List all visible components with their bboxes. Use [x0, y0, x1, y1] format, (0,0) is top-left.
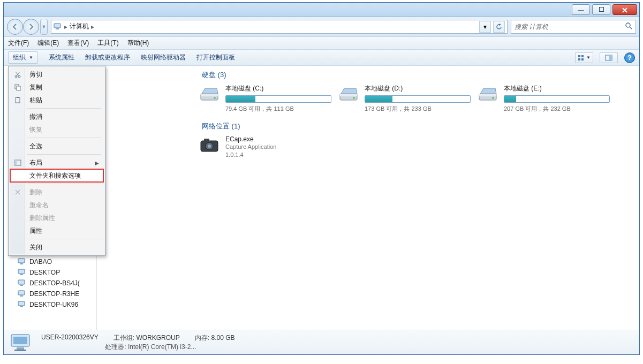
organize-menu-select-all[interactable]: 全选: [10, 140, 103, 153]
menu-item-label: 复制: [29, 83, 42, 92]
copy-icon: [13, 83, 22, 92]
view-options-button[interactable]: ▼: [575, 52, 593, 63]
sidebar-item-network-computer[interactable]: DABAO: [4, 256, 96, 267]
paste-icon: [13, 96, 22, 104]
maximize-icon: [599, 7, 604, 12]
drive-free-text: 173 GB 可用，共 233 GB: [365, 105, 471, 113]
address-dropdown-button[interactable]: ▾: [479, 21, 491, 33]
details-workgroup-value: WORKGROUP: [136, 334, 179, 342]
network-item-title: ECap.exe: [225, 135, 276, 143]
organize-menu-undo[interactable]: 撤消: [10, 110, 103, 123]
breadcrumb-sep: ▸: [91, 23, 94, 31]
minimize-icon: —: [578, 6, 584, 13]
preview-pane-button[interactable]: [600, 52, 618, 63]
sidebar-item-network-computer[interactable]: DESKTOP: [4, 267, 96, 278]
menu-help[interactable]: 帮助(H): [127, 39, 149, 48]
svg-rect-20: [20, 295, 23, 297]
svg-rect-22: [20, 306, 23, 307]
svg-rect-27: [340, 94, 357, 96]
drive-label: 本地磁盘 (D:): [365, 84, 471, 93]
network-item[interactable]: ECap.exe Capture Application 1.0.1.4: [97, 134, 639, 160]
group-header-label: 硬盘 (3): [202, 71, 226, 79]
explorer-window: — ▼ ▸ 计算机 ▸ ▾: [3, 2, 640, 355]
search-box[interactable]: [511, 20, 636, 34]
svg-rect-37: [13, 337, 27, 344]
help-button[interactable]: ?: [624, 52, 635, 63]
group-header-hdd[interactable]: 硬盘 (3): [97, 66, 639, 83]
drive-usage-bar: [225, 95, 331, 103]
chevron-down-icon: ▾: [483, 23, 487, 31]
cmd-uninstall[interactable]: 卸载或更改程序: [85, 53, 130, 62]
drive-item[interactable]: 本地磁盘 (E:) 207 GB 可用，共 232 GB: [477, 84, 610, 113]
details-cpu-value: Intel(R) Core(TM) i3-2...: [128, 343, 196, 351]
window-maximize-button[interactable]: [592, 4, 610, 15]
sidebar-item-label: DESKTOP-UK96: [29, 301, 78, 308]
arrow-left-icon: [11, 23, 19, 31]
svg-rect-17: [18, 280, 25, 284]
organize-menu-folder-options[interactable]: 文件夹和搜索选项: [10, 169, 103, 182]
window-close-button[interactable]: [612, 4, 637, 15]
drive-label: 本地磁盘 (E:): [504, 84, 610, 93]
svg-rect-38: [17, 347, 24, 350]
svg-rect-16: [20, 274, 23, 275]
menu-view[interactable]: 查看(V): [67, 39, 89, 48]
svg-rect-3: [578, 55, 580, 57]
sidebar-item-network-computer[interactable]: DESKTOP-UK96: [4, 299, 96, 310]
preview-pane-icon: [605, 55, 612, 61]
arrow-right-icon: [27, 23, 35, 31]
menu-item-label: 恢复: [29, 125, 42, 134]
svg-rect-18: [20, 285, 23, 286]
computer-icon: [9, 332, 35, 353]
details-cpu-key: 处理器:: [105, 343, 126, 351]
menu-file[interactable]: 文件(F): [8, 39, 29, 48]
organize-menu-close[interactable]: 关闭: [10, 241, 103, 254]
address-bar[interactable]: ▸ 计算机 ▸ ▾: [51, 20, 508, 34]
cmd-system-properties[interactable]: 系统属性: [49, 53, 74, 62]
organize-menu-cut[interactable]: 剪切: [10, 68, 103, 81]
cmd-map-drive[interactable]: 映射网络驱动器: [141, 53, 186, 62]
drive-usage-bar: [365, 95, 471, 103]
menu-tools[interactable]: 工具(T): [97, 39, 118, 48]
organize-button[interactable]: 组织: [8, 51, 38, 64]
sidebar-item-label: DESKTOP-BS4J(: [29, 279, 80, 287]
organize-menu-paste[interactable]: 粘贴: [10, 94, 103, 107]
menu-item-label: 删除属性: [29, 214, 55, 223]
svg-rect-6: [581, 58, 584, 60]
svg-rect-15: [18, 269, 25, 274]
organize-menu-layout[interactable]: 布局 ▶: [10, 156, 103, 169]
forward-button[interactable]: [23, 19, 39, 35]
svg-point-28: [353, 97, 355, 99]
back-button[interactable]: [7, 19, 23, 35]
svg-point-25: [214, 97, 216, 99]
menu-item-label: 关闭: [29, 243, 42, 252]
organize-menu-rename: 重命名: [10, 199, 103, 211]
details-memory-key: 内存:: [195, 334, 209, 342]
sidebar-item-network-computer[interactable]: DESKTOP-BS4J(: [4, 278, 96, 289]
window-minimize-button[interactable]: —: [572, 4, 590, 15]
nav-buttons: ▼: [7, 19, 48, 35]
sidebar-item-network-computer[interactable]: DESKTOP-R3HE: [4, 289, 96, 299]
details-lines: USER-20200326VY 工作组: WORKGROUP 内存: 8.00 …: [41, 333, 234, 352]
menu-item-label: 粘贴: [29, 96, 42, 105]
delete-icon: [13, 188, 22, 196]
menu-item-label: 文件夹和搜索选项: [29, 171, 81, 180]
sidebar-item-label: DESKTOP-R3HE: [29, 290, 79, 298]
organize-label: 组织: [13, 53, 26, 62]
drive-item[interactable]: 本地磁盘 (D:) 173 GB 可用，共 233 GB: [338, 84, 471, 113]
drive-item[interactable]: 本地磁盘 (C:) 79.4 GB 可用，共 111 GB: [199, 84, 331, 113]
hard-drive-icon: [199, 84, 220, 103]
cmd-control-panel[interactable]: 打开控制面板: [196, 53, 235, 62]
main-pane[interactable]: 硬盘 (3) 本地磁盘 (C:) 79.4 GB 可用，共 111 GB: [97, 66, 639, 330]
breadcrumb-item-computer[interactable]: 计算机: [70, 22, 89, 31]
svg-rect-8: [609, 55, 612, 60]
menu-edit[interactable]: 编辑(E): [37, 39, 59, 48]
drive-free-text: 207 GB 可用，共 232 GB: [504, 105, 610, 113]
history-dropdown-button[interactable]: ▼: [40, 19, 48, 35]
organize-menu-copy[interactable]: 复制: [10, 81, 103, 94]
refresh-button[interactable]: [493, 21, 505, 33]
group-header-network[interactable]: 网络位置 (1): [97, 117, 639, 134]
organize-menu-delete: 删除: [10, 186, 103, 199]
organize-menu-properties[interactable]: 属性: [10, 224, 103, 237]
computer-icon: [18, 258, 26, 266]
search-input[interactable]: [515, 23, 611, 31]
